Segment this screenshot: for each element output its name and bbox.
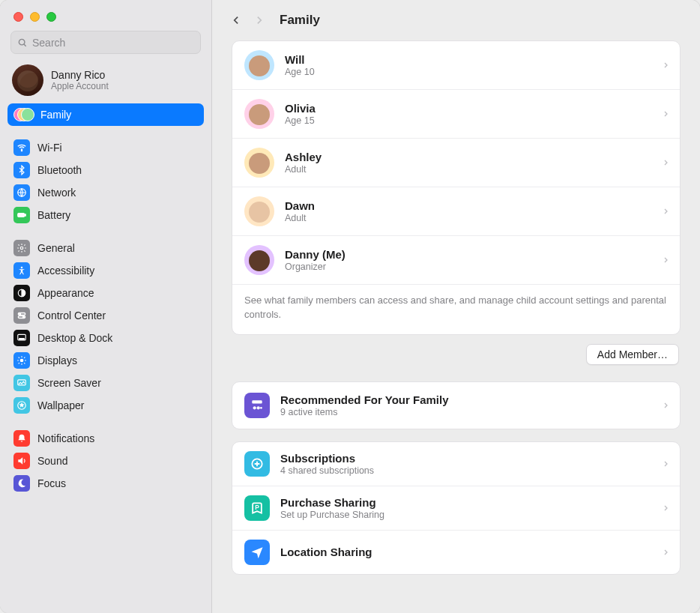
svg-rect-4 xyxy=(18,214,25,217)
add-member-button[interactable]: Add Member… xyxy=(586,344,679,365)
svg-rect-26 xyxy=(252,400,262,403)
sidebar-item-battery[interactable]: Battery xyxy=(7,204,204,226)
sidebar-item-screen-saver[interactable]: Screen Saver xyxy=(7,372,204,394)
chevron-right-icon xyxy=(663,109,669,119)
sidebar-account[interactable]: Danny Rico Apple Account xyxy=(7,60,204,103)
svg-point-12 xyxy=(22,316,24,318)
sidebar-item-appearance[interactable]: Appearance xyxy=(7,282,204,304)
sidebar-item-focus[interactable]: Focus xyxy=(7,472,204,495)
family-member-row[interactable]: WillAge 10 xyxy=(232,41,680,90)
sidebar-item-label: Bluetooth xyxy=(37,164,82,176)
sidebar-item-general[interactable]: General xyxy=(7,237,204,259)
focus-icon xyxy=(13,475,30,492)
sidebar-item-bluetooth[interactable]: Bluetooth xyxy=(7,159,204,181)
chevron-right-icon xyxy=(663,255,669,265)
family-members-panel: WillAge 10OliviaAge 15AshleyAdultDawnAdu… xyxy=(232,40,681,335)
desktop-dock-icon xyxy=(13,330,30,346)
search-input[interactable] xyxy=(32,37,194,49)
member-sub: Adult xyxy=(285,164,322,175)
sidebar-item-label: Sound xyxy=(37,455,67,467)
displays-icon xyxy=(13,352,30,369)
member-name: Will xyxy=(285,53,315,66)
svg-point-15 xyxy=(20,359,24,363)
chevron-right-icon xyxy=(663,157,669,168)
search-field[interactable] xyxy=(10,31,201,54)
member-avatar xyxy=(244,50,274,80)
bluetooth-icon xyxy=(13,162,30,178)
svg-point-11 xyxy=(19,313,21,315)
nav-forward-button[interactable] xyxy=(251,13,266,27)
svg-rect-14 xyxy=(19,339,25,339)
sidebar-item-label: Wi-Fi xyxy=(37,142,62,154)
sidebar-item-sound[interactable]: Sound xyxy=(7,450,204,472)
svg-line-1 xyxy=(24,43,26,46)
chevron-right-icon xyxy=(663,206,669,217)
sidebar-item-label: Control Center xyxy=(37,309,106,321)
member-sub: Organizer xyxy=(285,262,346,272)
sidebar-item-label: Notifications xyxy=(37,432,94,444)
member-avatar xyxy=(244,196,274,226)
svg-point-2 xyxy=(21,151,22,151)
subscriptions-row[interactable]: Subscriptions 4 shared subscriptions xyxy=(232,442,680,486)
sidebar-item-family[interactable]: Family xyxy=(7,103,204,126)
member-name: Danny (Me) xyxy=(285,248,346,261)
close-window-button[interactable] xyxy=(13,12,23,22)
screen-saver-icon xyxy=(13,375,30,391)
feature-title: Location Sharing xyxy=(280,546,372,558)
member-sub: Age 15 xyxy=(285,115,316,126)
family-member-row[interactable]: DawnAdult xyxy=(232,187,680,236)
svg-line-20 xyxy=(19,357,19,358)
chevron-right-icon xyxy=(663,503,669,513)
feature-sub: 4 shared subscriptions xyxy=(280,465,374,476)
recommended-icon xyxy=(244,393,270,418)
nav-back-button[interactable] xyxy=(229,13,244,27)
sidebar-item-label: Battery xyxy=(37,209,70,221)
account-avatar xyxy=(12,64,43,96)
purchase-sharing-row[interactable]: P Purchase Sharing Set up Purchase Shari… xyxy=(232,486,680,530)
appearance-icon xyxy=(13,285,30,301)
members-footnote: See what family members can access and s… xyxy=(232,284,680,334)
page-title: Family xyxy=(280,13,320,28)
sidebar-item-displays[interactable]: Displays xyxy=(7,349,204,372)
window-controls xyxy=(0,6,211,31)
sidebar-item-label: Family xyxy=(40,109,71,121)
feature-title: Subscriptions xyxy=(280,452,374,465)
family-member-row[interactable]: OliviaAge 15 xyxy=(232,90,680,139)
sidebar-item-wallpaper[interactable]: Wallpaper xyxy=(7,394,204,417)
recommended-sub: 9 active items xyxy=(280,407,449,417)
sidebar-item-wifi[interactable]: Wi-Fi xyxy=(7,136,204,159)
wifi-icon xyxy=(13,139,30,156)
sidebar-item-label: Network xyxy=(37,187,76,199)
wallpaper-icon xyxy=(13,397,30,414)
location-sharing-row[interactable]: Location Sharing xyxy=(232,530,680,574)
sidebar-item-network[interactable]: Network xyxy=(7,181,204,204)
minimize-window-button[interactable] xyxy=(30,12,40,22)
sidebar-item-label: Focus xyxy=(37,477,66,489)
subscriptions-icon xyxy=(244,451,270,477)
svg-text:P: P xyxy=(255,503,259,510)
sidebar-item-desktop-dock[interactable]: Desktop & Dock xyxy=(7,327,204,349)
battery-icon xyxy=(13,207,30,223)
chevron-right-icon xyxy=(663,400,669,411)
feature-title: Purchase Sharing xyxy=(280,496,384,509)
recommended-row[interactable]: Recommended For Your Family 9 active ite… xyxy=(232,382,680,429)
chevron-right-icon xyxy=(663,60,669,70)
member-sub: Adult xyxy=(285,213,315,223)
sidebar-item-accessibility[interactable]: Accessibility xyxy=(7,259,204,282)
accessibility-icon xyxy=(13,262,30,279)
sidebar-item-control-center[interactable]: Control Center xyxy=(7,304,204,327)
zoom-window-button[interactable] xyxy=(46,12,56,22)
sidebar-item-notifications[interactable]: Notifications xyxy=(7,427,204,450)
sidebar: Danny Rico Apple Account Family Wi-Fi xyxy=(0,0,212,613)
family-member-row[interactable]: Danny (Me)Organizer xyxy=(232,236,680,284)
member-avatar xyxy=(244,245,274,275)
family-member-row[interactable]: AshleyAdult xyxy=(232,139,680,187)
member-avatar xyxy=(244,148,274,178)
svg-line-21 xyxy=(24,363,25,363)
member-name: Dawn xyxy=(285,199,315,212)
svg-point-28 xyxy=(257,406,260,409)
notifications-icon xyxy=(13,430,30,447)
svg-point-0 xyxy=(19,39,25,45)
sidebar-item-label: Displays xyxy=(37,354,77,366)
family-icon xyxy=(13,106,33,123)
